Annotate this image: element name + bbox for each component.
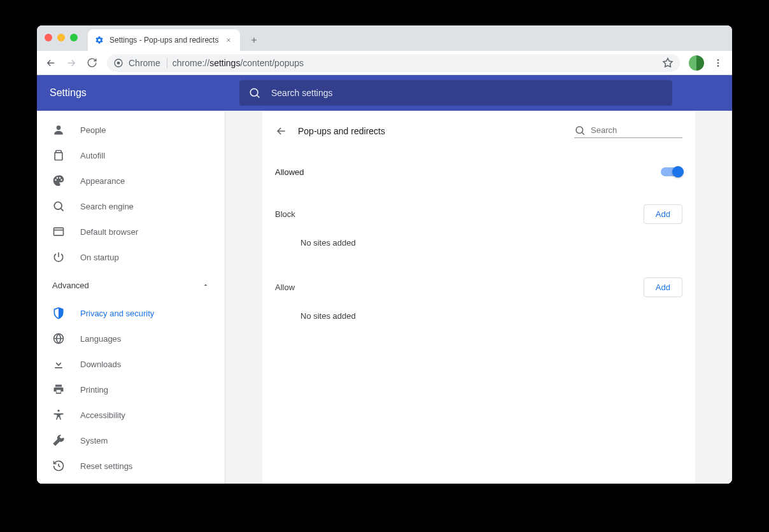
block-add-button[interactable]: Add (644, 204, 682, 224)
allow-label: Allow (275, 283, 295, 292)
chrome-icon (113, 58, 123, 68)
sidebar-item-system[interactable]: System (37, 428, 225, 453)
omnibox-chrome-label: Chrome (129, 58, 167, 68)
back-button[interactable] (42, 54, 60, 72)
svg-point-4 (717, 65, 719, 67)
settings-app-title: Settings (50, 87, 227, 99)
block-label: Block (275, 209, 295, 219)
sidebar-item-downloads[interactable]: Downloads (37, 351, 225, 377)
browser-window-icon (52, 225, 65, 238)
svg-point-6 (57, 125, 61, 130)
palette-icon (52, 174, 65, 187)
sidebar-item-label: Accessibility (80, 410, 125, 420)
sidebar-item-label: Default browser (80, 227, 138, 237)
search-icon (248, 87, 261, 99)
block-section-header: Block Add (275, 199, 682, 229)
svg-point-7 (54, 202, 62, 209)
page-search-box[interactable] (574, 125, 682, 138)
page-back-button[interactable] (275, 125, 288, 137)
sidebar-item-default-browser[interactable]: Default browser (37, 219, 225, 244)
shield-icon (52, 307, 65, 319)
maximize-window-button[interactable] (70, 34, 78, 41)
sidebar-item-people[interactable]: People (37, 117, 225, 143)
content-area: Pop-ups and redirects Allowed (225, 111, 732, 484)
svg-point-11 (576, 127, 583, 134)
page-header: Pop-ups and redirects (275, 111, 682, 151)
allow-add-button[interactable]: Add (644, 277, 682, 297)
clipboard-icon (52, 149, 65, 162)
profile-avatar[interactable] (689, 55, 704, 71)
tab-strip: Settings - Pop-ups and redirects (37, 25, 732, 51)
sidebar-item-privacy-security[interactable]: Privacy and security (37, 300, 225, 326)
sidebar-item-label: Reset settings (80, 461, 132, 471)
restore-icon (52, 459, 65, 472)
allowed-label: Allowed (275, 167, 304, 177)
svg-point-10 (57, 410, 59, 412)
sidebar-item-label: Languages (80, 334, 121, 344)
gear-icon (94, 35, 104, 45)
settings-search-input[interactable] (271, 88, 663, 98)
reload-button[interactable] (83, 54, 101, 72)
settings-header: Settings (37, 75, 732, 111)
allowed-row: Allowed (275, 151, 682, 192)
wrench-icon (52, 434, 65, 447)
page-search-input[interactable] (591, 125, 682, 135)
browser-window: Settings - Pop-ups and redirects Chrome … (37, 25, 732, 484)
sidebar-item-label: People (80, 125, 106, 135)
sidebar-item-appearance[interactable]: Appearance (37, 168, 225, 193)
close-tab-button[interactable] (223, 35, 234, 45)
minimize-window-button[interactable] (57, 34, 65, 41)
globe-icon (52, 332, 65, 345)
sidebar-item-printing[interactable]: Printing (37, 377, 225, 402)
sidebar-advanced-label: Advanced (52, 281, 89, 290)
printer-icon (52, 383, 65, 396)
allow-empty-text: No sites added (275, 302, 682, 330)
svg-point-3 (717, 62, 719, 64)
address-bar[interactable]: Chrome chrome://settings/content/popups (107, 54, 680, 72)
sidebar-item-languages[interactable]: Languages (37, 326, 225, 351)
browser-menu-button[interactable] (709, 54, 727, 72)
download-icon (52, 358, 65, 370)
forward-button[interactable] (62, 54, 80, 72)
svg-point-5 (250, 88, 258, 96)
content-card: Pop-ups and redirects Allowed (262, 111, 695, 484)
person-icon (52, 123, 65, 136)
accessibility-icon (52, 409, 65, 421)
browser-toolbar: Chrome chrome://settings/content/popups (37, 51, 732, 75)
tab-title: Settings - Pop-ups and redirects (109, 36, 218, 45)
search-icon (574, 125, 586, 136)
settings-search-box[interactable] (239, 80, 672, 106)
svg-point-2 (717, 59, 719, 61)
sidebar-item-label: On startup (80, 253, 119, 262)
sidebar-item-label: System (80, 436, 108, 445)
sidebar-item-on-startup[interactable]: On startup (37, 244, 225, 270)
allowed-toggle[interactable] (661, 167, 682, 176)
sidebar-advanced-toggle[interactable]: Advanced (37, 270, 225, 300)
sidebar-item-label: Appearance (80, 176, 125, 186)
sidebar-item-reset-settings[interactable]: Reset settings (37, 453, 225, 479)
svg-rect-8 (54, 228, 64, 235)
svg-point-1 (117, 61, 120, 64)
sidebar-item-search-engine[interactable]: Search engine (37, 193, 225, 219)
sidebar-item-label: Autofill (80, 151, 105, 160)
omnibox-url: chrome://settings/content/popups (173, 58, 304, 68)
allow-section-header: Allow Add (275, 272, 682, 302)
sidebar-item-label: Downloads (80, 360, 121, 369)
close-window-button[interactable] (45, 34, 52, 41)
window-controls (45, 34, 78, 41)
search-icon (52, 200, 65, 213)
settings-body: People Autofill Appearance Search engine… (37, 111, 732, 484)
settings-sidebar: People Autofill Appearance Search engine… (37, 111, 225, 484)
page-title: Pop-ups and redirects (298, 126, 385, 136)
toggle-knob (672, 166, 684, 178)
power-icon (52, 251, 65, 263)
new-tab-button[interactable] (245, 31, 263, 49)
sidebar-item-label: Privacy and security (80, 309, 154, 318)
bookmark-star-icon[interactable] (662, 57, 674, 69)
block-empty-text: No sites added (275, 229, 682, 256)
chevron-up-icon (202, 281, 209, 289)
sidebar-item-accessibility[interactable]: Accessibility (37, 402, 225, 428)
browser-tab[interactable]: Settings - Pop-ups and redirects (88, 29, 240, 51)
sidebar-item-label: Printing (80, 385, 108, 395)
sidebar-item-autofill[interactable]: Autofill (37, 143, 225, 168)
